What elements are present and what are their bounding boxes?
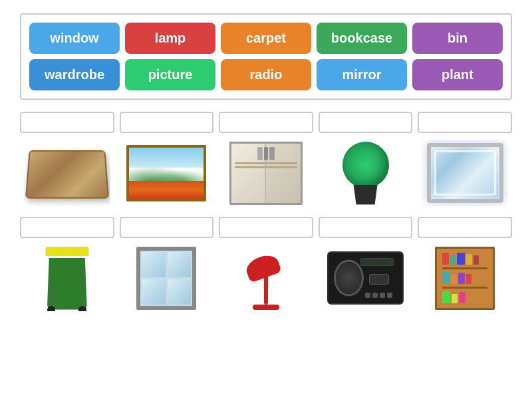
word-btn-bookcase[interactable]: bookcase: [317, 23, 407, 54]
carpet-icon: [25, 150, 109, 198]
image-row-2: [20, 245, 512, 311]
image-section: [20, 112, 512, 314]
cell-picture: [120, 112, 214, 137]
book-1: [442, 253, 449, 265]
bookcase-books-top: [442, 253, 487, 265]
answer-bin[interactable]: [20, 217, 114, 238]
book-9: [466, 274, 471, 284]
word-btn-lamp[interactable]: lamp: [125, 23, 215, 54]
bin-icon: [42, 247, 92, 310]
word-btn-bin[interactable]: bin: [412, 23, 503, 54]
book-4: [466, 254, 472, 265]
picture-field: [129, 181, 203, 199]
answer-plant[interactable]: [319, 112, 413, 133]
book-2: [450, 255, 456, 265]
word-btn-picture[interactable]: picture: [125, 59, 215, 90]
radio-button-row: [360, 293, 397, 298]
bookcase-shelf-1: [442, 267, 487, 269]
answer-mirror[interactable]: [418, 112, 512, 133]
word-btn-plant[interactable]: plant: [412, 59, 503, 90]
radio-btn-3: [380, 293, 385, 298]
plant-leaves: [342, 142, 389, 188]
picture-image-box: [123, 140, 209, 206]
cell-lamp: [219, 217, 313, 242]
hanger-2: [264, 147, 268, 160]
image-cell-bin: [20, 245, 114, 311]
word-btn-carpet[interactable]: carpet: [221, 23, 311, 54]
cell-bookcase: [418, 217, 512, 242]
image-cell-plant: [319, 140, 413, 206]
bin-lid: [45, 247, 88, 256]
image-cell-window: [120, 245, 214, 311]
picture-icon: [126, 145, 206, 201]
plant-image-box: [323, 140, 409, 206]
answer-row-1: [20, 112, 512, 137]
word-btn-window[interactable]: window: [29, 23, 120, 54]
bookcase-books-mid: [442, 272, 487, 284]
mirror-image-box: [422, 140, 508, 206]
book-8: [458, 273, 465, 284]
bookcase-icon: [435, 247, 495, 310]
mirror-icon: [427, 143, 503, 203]
image-cell-picture: [120, 140, 214, 206]
window-pane-br: [168, 279, 192, 305]
window-pane-bl: [142, 279, 166, 305]
image-cell-carpet: [20, 140, 114, 206]
radio-screen: [360, 258, 394, 266]
answer-wardrobe[interactable]: [219, 112, 313, 133]
image-cell-wardrobe: [219, 140, 313, 206]
lamp-icon: [239, 247, 293, 310]
wardrobe-clothes: [235, 147, 297, 160]
plant-icon: [339, 142, 392, 205]
bin-body: [47, 258, 87, 310]
word-btn-wardrobe[interactable]: wardrobe: [29, 59, 120, 90]
radio-btn-2: [372, 293, 378, 298]
window-image-box: [123, 245, 209, 311]
book-7: [451, 275, 457, 284]
word-btn-radio[interactable]: radio: [221, 59, 311, 90]
answer-bookcase[interactable]: [418, 217, 512, 238]
radio-btn-1: [365, 293, 370, 298]
book-12: [459, 292, 466, 303]
window-icon: [136, 247, 196, 310]
cell-radio: [319, 217, 413, 242]
words-grid: window lamp carpet bookcase bin wardrobe…: [20, 13, 512, 100]
book-10: [442, 291, 450, 303]
lamp-head: [243, 251, 282, 283]
wardrobe-image-box: [223, 140, 309, 206]
mirror-light: [434, 150, 496, 196]
bin-image-box: [24, 245, 110, 311]
answer-window[interactable]: [120, 217, 214, 238]
answer-radio[interactable]: [319, 217, 413, 238]
answer-lamp[interactable]: [219, 217, 313, 238]
image-cell-lamp: [219, 245, 313, 311]
cell-window: [120, 217, 214, 242]
word-btn-mirror[interactable]: mirror: [317, 59, 407, 90]
book-11: [452, 294, 458, 303]
main-container: window lamp carpet bookcase bin wardrobe…: [0, 0, 532, 327]
wardrobe-icon: [229, 142, 303, 205]
book-5: [473, 255, 479, 265]
wardrobe-inside: [235, 147, 297, 200]
lamp-image-box: [223, 245, 309, 311]
window-pane-tr: [168, 252, 192, 277]
image-row-1: [20, 140, 512, 206]
cell-plant: [319, 112, 413, 137]
cell-mirror: [418, 112, 512, 137]
hanger-3: [269, 147, 275, 160]
cell-carpet: [20, 112, 114, 137]
answer-carpet[interactable]: [20, 112, 114, 133]
carpet-image-box: [24, 140, 110, 206]
image-cell-radio: [319, 245, 413, 311]
cell-bin: [20, 217, 114, 242]
radio-speaker: [334, 260, 364, 297]
bookcase-books-bot: [442, 291, 487, 303]
radio-dial: [369, 274, 389, 285]
answer-picture[interactable]: [120, 112, 214, 133]
image-cell-bookcase: [418, 245, 512, 311]
lamp-pole: [264, 275, 268, 305]
picture-sky: [129, 148, 203, 168]
radio-icon: [327, 251, 404, 305]
radio-image-box: [323, 245, 409, 311]
answer-row-2: [20, 217, 512, 242]
